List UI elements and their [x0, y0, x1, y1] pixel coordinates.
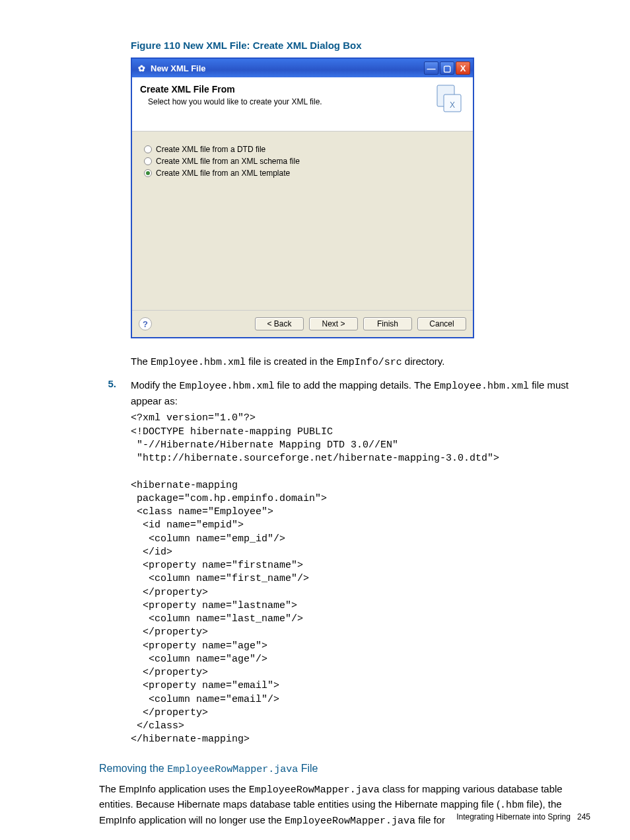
dialog-header-subtitle: Select how you would like to create your… [148, 97, 432, 106]
paragraph: The EmpInfo application uses the Employe… [99, 782, 590, 829]
step-body: Modify the Employee.hbm.xml file to add … [131, 378, 590, 408]
window-title: New XML File [151, 63, 206, 73]
code-block: <?xml version="1.0"?> <!DOCTYPE hibernat… [131, 412, 590, 746]
dialog: ✿ New XML File — ▢ X Create XML File Fro… [131, 57, 474, 338]
footer-text: Integrating Hibernate into Spring [456, 812, 571, 821]
radio-label: Create XML file from an XML schema file [156, 157, 300, 166]
dialog-header-title: Create XML File From [140, 84, 432, 95]
page-number: 245 [577, 812, 590, 821]
dialog-screenshot: ✿ New XML File — ▢ X Create XML File Fro… [131, 57, 590, 338]
text: Modify the [131, 379, 179, 391]
app-icon: ✿ [136, 63, 147, 73]
text: file is created in the [246, 356, 337, 367]
dialog-body: Create XML file from a DTD file Create X… [132, 132, 473, 310]
back-button[interactable]: < Back [255, 317, 304, 330]
text: file to add the mapping details. The [274, 379, 434, 391]
text: The EmpInfo application uses the [99, 783, 249, 794]
radio-icon [144, 145, 152, 153]
cancel-button[interactable]: Cancel [417, 317, 466, 330]
radio-label: Create XML file from an XML template [156, 169, 290, 178]
close-button[interactable]: X [456, 61, 470, 75]
dialog-header: Create XML File From Select how you woul… [132, 77, 473, 132]
text: File [298, 763, 318, 774]
step-5: 5. Modify the Employee.hbm.xml file to a… [99, 378, 590, 408]
xml-file-icon: X [432, 84, 465, 119]
paragraph: The Employee.hbm.xml file is created in … [131, 354, 590, 370]
maximize-button[interactable]: ▢ [440, 61, 454, 75]
section-subheading: Removing the EmployeeRowMapper.java File [99, 763, 590, 775]
radio-icon [144, 169, 152, 177]
code-inline: EmployeeRowMapper.java [167, 764, 298, 775]
help-icon[interactable]: ? [139, 317, 152, 330]
code-inline: Employee.hbm.xml [151, 357, 246, 368]
radio-option-template[interactable]: Create XML file from an XML template [144, 169, 461, 178]
step-number: 5. [99, 378, 131, 408]
figure-caption: Figure 110 New XML File: Create XML Dial… [131, 40, 590, 51]
code-inline: EmployeeRowMapper.java [249, 784, 380, 796]
next-button[interactable]: Next > [309, 317, 358, 330]
radio-option-schema[interactable]: Create XML file from an XML schema file [144, 157, 461, 166]
dialog-footer: ? < Back Next > Finish Cancel [132, 310, 473, 337]
radio-option-dtd[interactable]: Create XML file from a DTD file [144, 145, 461, 154]
text: directory. [402, 356, 445, 367]
svg-text:X: X [450, 100, 455, 110]
minimize-button[interactable]: — [424, 61, 438, 75]
titlebar[interactable]: ✿ New XML File — ▢ X [132, 59, 473, 77]
radio-icon [144, 157, 152, 165]
text: file for [415, 814, 445, 825]
code-inline: .hbm [500, 800, 524, 811]
code-inline: Employee.hbm.xml [434, 381, 529, 392]
text: Removing the [99, 763, 167, 774]
code-inline: EmployeeRowMapper.java [285, 816, 415, 827]
text: The [131, 356, 151, 367]
page-footer: Integrating Hibernate into Spring 245 [456, 812, 590, 821]
code-inline: Employee.hbm.xml [179, 381, 274, 392]
finish-button[interactable]: Finish [363, 317, 412, 330]
radio-label: Create XML file from a DTD file [156, 145, 265, 154]
code-inline: EmpInfo/src [337, 357, 402, 368]
